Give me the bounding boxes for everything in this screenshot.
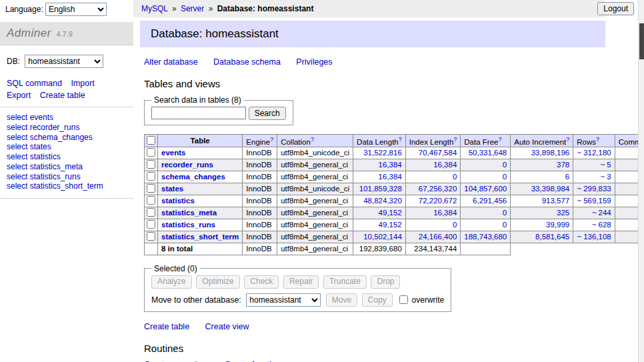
cell-index-length-link[interactable]: 70,467,584 (419, 149, 457, 157)
cell-index-length-link[interactable]: 72,220,672 (419, 197, 457, 205)
sidebar-link-export[interactable]: Export (7, 91, 31, 100)
cell-data-free-link[interactable]: 0 (503, 161, 507, 169)
cell-index-length-link[interactable]: 0 (453, 221, 457, 229)
cell-rows-link[interactable]: ~ 136,108 (577, 233, 611, 241)
breadcrumb-link-mysql[interactable]: MySQL (141, 4, 168, 13)
breadcrumb-link-server[interactable]: Server (181, 4, 204, 13)
row-checkbox[interactable] (147, 148, 155, 157)
sidebar-select-link[interactable]: select schema_changes (7, 133, 127, 143)
cell-data-free-link[interactable]: 50,331,648 (469, 149, 507, 157)
cell-index-length-link[interactable]: 16,384 (433, 161, 457, 169)
cell-data-free-link[interactable]: 0 (503, 173, 507, 181)
cell-auto-increment-link[interactable]: 33,898,196 (531, 149, 570, 157)
language-select[interactable]: English (45, 3, 107, 16)
cell-rows-link[interactable]: ~ 628 (592, 221, 611, 229)
row-checkbox[interactable] (147, 196, 155, 205)
cell-data-free-link[interactable]: 0 (503, 221, 507, 229)
column-help-link[interactable]: ? (566, 136, 569, 143)
check-button[interactable]: Check (244, 275, 279, 289)
move-button[interactable]: Move (326, 293, 357, 307)
cell-data-free-link[interactable]: 6,291,456 (473, 197, 507, 205)
column-help-link[interactable]: ? (311, 136, 314, 143)
cell-data-length-link[interactable]: 49,152 (379, 209, 402, 217)
cell-auto-increment-link[interactable]: 325 (557, 209, 569, 217)
cell-data-length-link[interactable]: 31,522,816 (363, 149, 402, 157)
cell-rows-link[interactable]: ~ 5 (600, 161, 611, 169)
row-checkbox[interactable] (147, 172, 155, 181)
privileges-link[interactable]: Privileges (296, 57, 332, 67)
cell-rows-link[interactable]: ~ 312,180 (577, 149, 611, 157)
row-checkbox[interactable] (147, 232, 155, 241)
cell-auto-increment-link[interactable]: 39,999 (546, 221, 569, 229)
search-button[interactable]: Search (249, 107, 286, 120)
cell-data-free-link[interactable]: 0 (503, 209, 507, 217)
column-help-link[interactable]: ? (399, 136, 402, 143)
vertical-scrollbar[interactable] (638, 0, 644, 362)
cell-data-free-link[interactable]: 104,857,600 (464, 185, 507, 193)
row-checkbox[interactable] (147, 160, 155, 169)
sidebar-select-link[interactable]: select statistics (7, 152, 127, 162)
cell-table-name-link[interactable]: recorder_runs (161, 161, 213, 169)
repair-button[interactable]: Repair (283, 275, 319, 289)
sidebar-select-link[interactable]: select recorder_runs (7, 123, 127, 133)
column-help-link[interactable]: ? (453, 136, 457, 143)
sidebar-select-link[interactable]: select statistics_short_term (7, 181, 127, 191)
cell-data-length-link[interactable]: 48,824,320 (363, 197, 402, 205)
logout-button[interactable]: Logout (597, 2, 634, 15)
create-view-link[interactable]: Create view (205, 322, 249, 331)
row-checkbox[interactable] (147, 208, 155, 217)
sidebar-link-create-table[interactable]: Create table (40, 91, 85, 100)
sidebar-select-link[interactable]: select events (7, 113, 127, 123)
cell-rows-link[interactable]: ~ 244 (592, 209, 611, 217)
select-all-checkbox[interactable] (147, 136, 155, 145)
cell-auto-increment-link[interactable]: 913,577 (542, 197, 570, 205)
alter-database-link[interactable]: Alter database (144, 57, 198, 67)
cell-rows-link[interactable]: ~ 3 (600, 173, 611, 181)
cell-data-length-link[interactable]: 10,502,144 (363, 233, 402, 241)
move-database-select[interactable]: homeassistant (246, 293, 321, 307)
cell-table-name-link[interactable]: statistics_meta (161, 209, 217, 217)
search-input[interactable] (151, 107, 246, 119)
cell-table-name-link[interactable]: events (161, 149, 185, 157)
cell-data-length-link[interactable]: 101,859,328 (359, 185, 402, 193)
cell-table-name-link[interactable]: states (161, 185, 183, 193)
sidebar-select-link[interactable]: select statistics_meta (7, 162, 127, 172)
overwrite-checkbox[interactable] (399, 295, 408, 304)
column-help-link[interactable]: ? (498, 136, 501, 143)
sidebar-select-link[interactable]: select statistics_runs (7, 172, 127, 182)
cell-rows-link[interactable]: ~ 299,833 (577, 185, 611, 193)
cell-index-length-link[interactable]: 16,384 (433, 209, 457, 217)
cell-rows-link[interactable]: ~ 569,159 (577, 197, 611, 205)
cell-data-length-link[interactable]: 16,384 (379, 173, 402, 181)
adminer-logo-link[interactable]: Adminer (7, 27, 51, 39)
truncate-button[interactable]: Truncate (323, 275, 367, 289)
sidebar-link-sql-command[interactable]: SQL command (7, 79, 62, 88)
create-table-link[interactable]: Create table (144, 322, 189, 331)
cell-auto-increment-link[interactable]: 33,398,984 (531, 185, 570, 193)
analyze-button[interactable]: Analyze (151, 275, 192, 289)
drop-button[interactable]: Drop (371, 275, 400, 289)
cell-table-name-link[interactable]: statistics (161, 197, 195, 205)
sidebar-select-link[interactable]: select states (7, 142, 127, 152)
cell-table-name-link[interactable]: statistics_runs (161, 221, 215, 229)
cell-auto-increment-link[interactable]: 378 (557, 161, 569, 169)
row-checkbox[interactable] (147, 184, 155, 193)
column-help-link[interactable]: ? (270, 136, 273, 143)
cell-table-name-link[interactable]: schema_changes (161, 173, 225, 181)
cell-data-free-link[interactable]: 188,743,680 (464, 233, 507, 241)
copy-button[interactable]: Copy (362, 293, 393, 307)
scrollbar-thumb[interactable] (639, 23, 644, 59)
cell-table-name-link[interactable]: statistics_short_term (161, 233, 239, 241)
db-select[interactable]: homeassistant (25, 55, 103, 68)
cell-auto-increment-link[interactable]: 6 (565, 173, 569, 181)
cell-data-length-link[interactable]: 49,152 (379, 221, 402, 229)
optimize-button[interactable]: Optimize (196, 275, 239, 289)
column-help-link[interactable]: ? (596, 136, 599, 143)
cell-index-length-link[interactable]: 0 (453, 173, 457, 181)
cell-auto-increment-link[interactable]: 8,581,645 (535, 233, 569, 241)
cell-index-length-link[interactable]: 67,256,320 (419, 185, 457, 193)
cell-index-length-link[interactable]: 24,166,400 (419, 233, 457, 241)
cell-data-length-link[interactable]: 16,384 (379, 161, 402, 169)
row-checkbox[interactable] (147, 220, 155, 229)
database-schema-link[interactable]: Database schema (213, 57, 281, 67)
